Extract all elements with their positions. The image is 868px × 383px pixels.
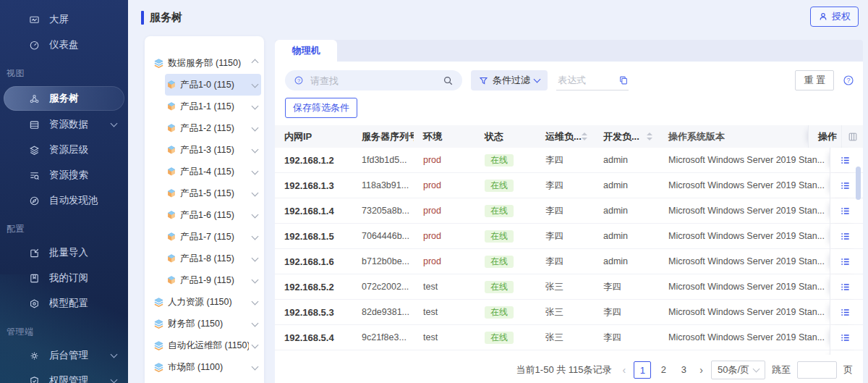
tree-node[interactable]: 财务部 (1150) bbox=[152, 313, 261, 334]
row-actions-icon[interactable] bbox=[840, 332, 851, 343]
sidebar-item[interactable]: 服务树 bbox=[4, 86, 124, 111]
table-row[interactable]: 192.168.1.4 73205a8b... prod 在线 李四 admin… bbox=[275, 198, 863, 224]
product-cube-icon bbox=[166, 232, 176, 242]
row-actions-icon[interactable] bbox=[840, 256, 851, 267]
sidebar-item[interactable]: 模型配置 bbox=[0, 291, 128, 316]
sidebar-item[interactable]: 我的订阅 bbox=[0, 266, 128, 290]
cell-ops-owner: 张三 bbox=[536, 350, 594, 355]
tree-node[interactable]: 产品1-1 (115) bbox=[165, 96, 261, 117]
tree-node-chevron-icon[interactable] bbox=[252, 124, 259, 131]
cell-dev-owner: 李四 bbox=[594, 300, 659, 324]
copy-icon[interactable] bbox=[618, 75, 629, 85]
sidebar-item[interactable]: 资源数据 bbox=[0, 112, 128, 137]
cell-os-version: Microsoft Windows Server 2019 Stan... bbox=[659, 274, 830, 299]
table-row[interactable]: 192.168.1.5 7064446b... prod 在线 李四 admin… bbox=[275, 224, 863, 249]
tree-node-chevron-icon[interactable] bbox=[252, 102, 259, 109]
expression-field[interactable] bbox=[556, 71, 629, 91]
tree-node-chevron-icon[interactable] bbox=[252, 363, 259, 370]
tree-node-chevron-icon[interactable] bbox=[252, 189, 259, 196]
table-row[interactable]: 192.168.1.6 b712b0be... prod 在线 李四 admin… bbox=[275, 249, 863, 274]
row-actions-icon[interactable] bbox=[840, 282, 851, 292]
cell-serial-number: 9c21f8e3... bbox=[352, 325, 414, 350]
tree-node[interactable]: 产品1-4 (115) bbox=[165, 161, 261, 182]
tree-node[interactable]: 产品1-9 (115) bbox=[165, 269, 261, 291]
next-page-icon[interactable]: › bbox=[698, 364, 705, 376]
table-header-cell[interactable]: 环境 bbox=[414, 125, 475, 148]
authorize-button[interactable]: 授权 bbox=[810, 7, 859, 27]
column-settings-icon[interactable] bbox=[848, 132, 858, 142]
sidebar-item[interactable]: 后台管理 bbox=[0, 343, 128, 368]
table-header-cell[interactable]: 操作 bbox=[808, 125, 841, 148]
tree-node-chevron-icon[interactable] bbox=[252, 319, 259, 327]
table-header-cell[interactable]: 服务器序列号 bbox=[352, 125, 414, 148]
tree-node[interactable]: 自动化运维部 (1150) bbox=[152, 334, 261, 356]
expression-input[interactable] bbox=[556, 74, 616, 86]
vertical-scrollbar-thumb[interactable] bbox=[856, 167, 861, 200]
tree-node-chevron-icon[interactable] bbox=[252, 298, 259, 305]
cell-actions bbox=[830, 325, 863, 350]
table-row[interactable]: 192.168.5.5 3927d134... test 在线 张三 李四 Mi… bbox=[275, 350, 863, 355]
tree-node-chevron-icon[interactable] bbox=[252, 80, 259, 88]
table-row[interactable]: 192.168.1.3 118a3b91... prod 在线 李四 admin… bbox=[275, 173, 863, 198]
page-number[interactable]: 1 bbox=[634, 361, 651, 379]
tree-node-chevron-icon[interactable] bbox=[252, 232, 259, 240]
sidebar-item[interactable]: 仪表盘 bbox=[0, 33, 128, 57]
table-row[interactable]: 192.168.1.2 1fd3b1d5... prod 在线 李四 admin… bbox=[275, 148, 863, 173]
tree-node[interactable]: 产品1-6 (115) bbox=[165, 204, 261, 226]
tree-node-chevron-icon[interactable] bbox=[252, 341, 259, 348]
tree-node[interactable]: 产品1-2 (115) bbox=[165, 117, 261, 139]
page-size-select[interactable]: 50条/页 bbox=[711, 361, 765, 379]
row-actions-icon[interactable] bbox=[840, 307, 851, 318]
row-actions-icon[interactable] bbox=[840, 155, 851, 166]
table-row[interactable]: 192.168.5.2 072c2002... test 在线 张三 李四 Mi… bbox=[275, 274, 863, 300]
tab-physical-machines[interactable]: 物理机 bbox=[275, 40, 337, 62]
search-icon[interactable] bbox=[443, 75, 454, 86]
tree-node[interactable]: 数据服务部 (1150) bbox=[152, 52, 261, 74]
table-header-cell[interactable]: 运维负... bbox=[536, 125, 594, 148]
page-number[interactable]: 3 bbox=[676, 361, 692, 377]
tree-node-chevron-icon[interactable] bbox=[252, 146, 259, 153]
tree-node[interactable]: IT部 (1100) bbox=[152, 378, 261, 383]
tree-node[interactable]: 产品1-5 (115) bbox=[165, 182, 261, 204]
sidebar-item[interactable]: 权限管理 bbox=[0, 369, 128, 383]
tree-node-chevron-icon[interactable] bbox=[252, 254, 259, 261]
sidebar-item[interactable]: 资源搜索 bbox=[0, 163, 128, 188]
sidebar-item[interactable]: 批量导入 bbox=[0, 240, 128, 265]
tree-node[interactable]: 人力资源 (1150) bbox=[152, 291, 261, 313]
save-filter-button[interactable]: 保存筛选条件 bbox=[285, 98, 357, 118]
sidebar-item[interactable]: 大屏 bbox=[0, 7, 128, 32]
sidebar-section-label: 管理端 bbox=[0, 316, 128, 343]
tree-node-chevron-icon[interactable] bbox=[252, 276, 259, 283]
help-circle-icon[interactable]: ? bbox=[843, 75, 854, 86]
tree-node-chevron-icon[interactable] bbox=[252, 59, 259, 66]
prev-page-icon[interactable]: ‹ bbox=[621, 364, 628, 376]
tree-node[interactable]: 产品1-7 (115) bbox=[165, 226, 261, 248]
row-actions-icon[interactable] bbox=[840, 180, 851, 191]
tree-node-chevron-icon[interactable] bbox=[252, 211, 259, 218]
table-row[interactable]: 192.168.5.4 9c21f8e3... test 在线 张三 李四 Mi… bbox=[275, 325, 863, 350]
tree-node[interactable]: 产品1-8 (115) bbox=[165, 248, 261, 269]
search-input[interactable] bbox=[309, 75, 438, 87]
search-box[interactable]: ? bbox=[285, 70, 462, 91]
tree-node-chevron-icon[interactable] bbox=[252, 167, 259, 174]
sidebar-item[interactable]: 资源层级 bbox=[0, 138, 128, 162]
sidebar-item[interactable]: 自动发现池 bbox=[0, 188, 128, 213]
sort-icon[interactable] bbox=[582, 132, 587, 140]
tree-node[interactable]: 产品1-3 (115) bbox=[165, 139, 261, 161]
table-row[interactable]: 192.168.5.3 82de9381... test 在线 张三 李四 Mi… bbox=[275, 300, 863, 325]
condition-filter-button[interactable]: 条件过滤 bbox=[471, 70, 548, 91]
page-number[interactable]: 2 bbox=[655, 361, 671, 377]
sort-icon[interactable] bbox=[647, 132, 652, 140]
table-header-cell[interactable]: 操作系统版本 bbox=[659, 125, 808, 148]
row-actions-icon[interactable] bbox=[840, 231, 851, 242]
table-header-cell[interactable]: 内网IP bbox=[275, 125, 352, 148]
table-header-cell[interactable]: 状态 bbox=[475, 125, 536, 148]
tree-node[interactable]: 产品1-0 (115) bbox=[165, 74, 261, 96]
jump-to-page-input[interactable] bbox=[797, 361, 837, 379]
tree-node[interactable]: 市场部 (1100) bbox=[152, 356, 261, 378]
column-settings-cell[interactable] bbox=[841, 125, 863, 148]
cell-ops-owner: 李四 bbox=[536, 249, 594, 274]
table-header-cell[interactable]: 开发负... bbox=[594, 125, 659, 148]
reset-button[interactable]: 重 置 bbox=[795, 70, 834, 91]
row-actions-icon[interactable] bbox=[840, 206, 851, 216]
